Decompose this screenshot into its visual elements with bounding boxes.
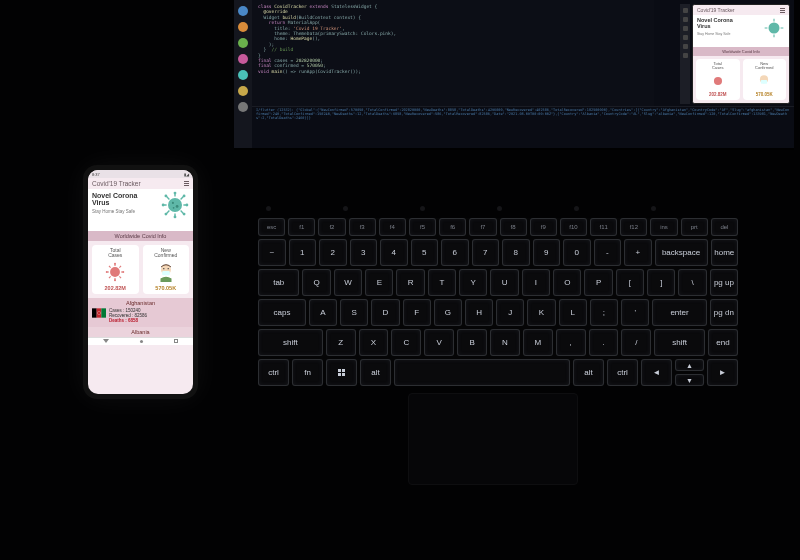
total-cases-card[interactable]: Total Cases 202.82M xyxy=(696,59,740,100)
key-R[interactable]: R xyxy=(396,269,424,296)
key-f7[interactable]: f7 xyxy=(469,218,496,236)
home-icon[interactable] xyxy=(140,340,143,343)
key-T[interactable]: T xyxy=(428,269,456,296)
key-H[interactable]: H xyxy=(465,299,493,326)
key-D[interactable]: D xyxy=(371,299,399,326)
menu-icon[interactable] xyxy=(780,8,785,13)
key-space[interactable] xyxy=(394,359,570,386)
key-E[interactable]: E xyxy=(365,269,393,296)
key-arrow-up[interactable]: ▲ xyxy=(675,359,704,371)
key--[interactable]: - xyxy=(594,239,622,266)
terminal-panel[interactable]: I/flutter (12532): {"Global":{"NewConfir… xyxy=(252,106,794,148)
activity-icon[interactable] xyxy=(238,70,248,80)
key-arrow-right[interactable]: ► xyxy=(707,359,738,386)
key-ctrl[interactable]: ctrl xyxy=(258,359,289,386)
laptop-keyboard[interactable]: escf1f2f3f4f5f6f7f8f9f10f11f12insprtdel~… xyxy=(258,218,738,383)
key-del[interactable]: del xyxy=(711,218,738,236)
key-8[interactable]: 8 xyxy=(502,239,530,266)
key-7[interactable]: 7 xyxy=(472,239,500,266)
country-afghanistan[interactable]: Afghanistan Cases : 150240 Recovered : 8… xyxy=(693,103,789,104)
key-2[interactable]: 2 xyxy=(319,239,347,266)
key-K[interactable]: K xyxy=(527,299,555,326)
code-editor[interactable]: class CovidTracker extends StatelessWidg… xyxy=(252,0,654,108)
total-cases-card[interactable]: Total Cases 202.82M xyxy=(92,245,139,294)
activity-icon[interactable] xyxy=(238,6,248,16)
key-U[interactable]: U xyxy=(490,269,518,296)
key-caps[interactable]: caps xyxy=(258,299,306,326)
key-f1[interactable]: f1 xyxy=(288,218,315,236)
key-0[interactable]: 0 xyxy=(563,239,591,266)
key-9[interactable]: 9 xyxy=(533,239,561,266)
key-C[interactable]: C xyxy=(391,329,421,356)
key-J[interactable]: J xyxy=(496,299,524,326)
key-home[interactable]: home xyxy=(711,239,739,266)
activity-icon[interactable] xyxy=(238,22,248,32)
activity-icon[interactable] xyxy=(238,54,248,64)
key-;[interactable]: ; xyxy=(590,299,618,326)
new-confirmed-card[interactable]: New Confirmed 570.05K xyxy=(143,245,190,294)
key-L[interactable]: L xyxy=(559,299,587,326)
key-f9[interactable]: f9 xyxy=(530,218,557,236)
key-f6[interactable]: f6 xyxy=(439,218,466,236)
key-F[interactable]: F xyxy=(403,299,431,326)
key-Q[interactable]: Q xyxy=(302,269,330,296)
key-~[interactable]: ~ xyxy=(258,239,286,266)
key-X[interactable]: X xyxy=(359,329,389,356)
key-,[interactable]: , xyxy=(556,329,586,356)
key-arrow-down[interactable]: ▼ xyxy=(675,374,704,386)
key-3[interactable]: 3 xyxy=(350,239,378,266)
key-4[interactable]: 4 xyxy=(380,239,408,266)
key-f4[interactable]: f4 xyxy=(379,218,406,236)
key-N[interactable]: N xyxy=(490,329,520,356)
key-B[interactable]: B xyxy=(457,329,487,356)
key-M[interactable]: M xyxy=(523,329,553,356)
activity-icon[interactable] xyxy=(238,102,248,112)
new-confirmed-card[interactable]: New Confirmed 570.05K xyxy=(743,59,787,100)
key-end[interactable]: end xyxy=(708,329,738,356)
key-esc[interactable]: esc xyxy=(258,218,285,236)
key-6[interactable]: 6 xyxy=(441,239,469,266)
key-f3[interactable]: f3 xyxy=(349,218,376,236)
key-arrow-left[interactable]: ◄ xyxy=(641,359,672,386)
key-f8[interactable]: f8 xyxy=(500,218,527,236)
key-f11[interactable]: f11 xyxy=(590,218,617,236)
activity-icon[interactable] xyxy=(238,38,248,48)
key-I[interactable]: I xyxy=(522,269,550,296)
key-pg up[interactable]: pg up xyxy=(710,269,738,296)
key-+[interactable]: + xyxy=(624,239,652,266)
key-G[interactable]: G xyxy=(434,299,462,326)
key-shift[interactable]: shift xyxy=(654,329,705,356)
key-backspace[interactable]: backspace xyxy=(655,239,708,266)
key-shift[interactable]: shift xyxy=(258,329,323,356)
country-afghanistan[interactable]: Afghanistan Cases : 150240 Recovered : 8… xyxy=(88,298,193,327)
key-V[interactable]: V xyxy=(424,329,454,356)
country-albania[interactable]: Albania xyxy=(88,327,193,337)
key-'[interactable]: ' xyxy=(621,299,649,326)
key-Y[interactable]: Y xyxy=(459,269,487,296)
activity-icon[interactable] xyxy=(238,86,248,96)
key-tab[interactable]: tab xyxy=(258,269,299,296)
key-1[interactable]: 1 xyxy=(289,239,317,266)
key-f12[interactable]: f12 xyxy=(620,218,647,236)
key-P[interactable]: P xyxy=(584,269,612,296)
key-alt[interactable]: alt xyxy=(573,359,604,386)
key-ins[interactable]: ins xyxy=(650,218,677,236)
key-pg dn[interactable]: pg dn xyxy=(710,299,738,326)
key-f5[interactable]: f5 xyxy=(409,218,436,236)
menu-icon[interactable] xyxy=(184,181,189,186)
key-Z[interactable]: Z xyxy=(326,329,356,356)
key-/[interactable]: / xyxy=(621,329,651,356)
android-emulator[interactable]: Covid'19 Tracker Novel Corona Virus Stay… xyxy=(692,4,790,104)
key-S[interactable]: S xyxy=(340,299,368,326)
key-ctrl[interactable]: ctrl xyxy=(607,359,638,386)
key-\[interactable]: \ xyxy=(678,269,706,296)
recents-icon[interactable] xyxy=(174,339,178,343)
key-fn[interactable]: fn xyxy=(292,359,323,386)
key-alt[interactable]: alt xyxy=(360,359,391,386)
laptop-touchpad[interactable] xyxy=(408,393,578,485)
key-.[interactable]: . xyxy=(589,329,619,356)
key-O[interactable]: O xyxy=(553,269,581,296)
back-icon[interactable] xyxy=(103,339,109,343)
key-prt[interactable]: prt xyxy=(681,218,708,236)
key-f2[interactable]: f2 xyxy=(318,218,345,236)
